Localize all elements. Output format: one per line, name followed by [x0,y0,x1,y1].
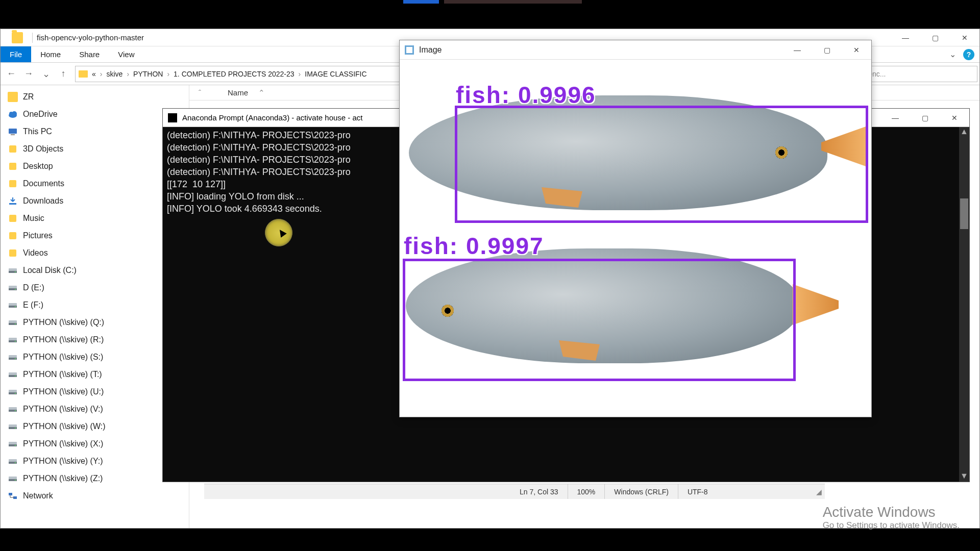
forward-button[interactable]: → [20,65,37,83]
nav-item[interactable]: PYTHON (\\skive) (V:) [1,400,189,418]
back-button[interactable]: ← [3,65,20,83]
maximize-button[interactable]: ▢ [910,109,940,127]
breadcrumb-item[interactable]: skive [106,70,122,78]
folder-icon [79,70,88,78]
nav-item-label: PYTHON (\\skive) (Z:) [23,474,103,483]
svg-rect-5 [9,145,16,153]
svg-rect-4 [11,134,15,135]
window-controls: — ▢ ✕ [880,109,969,127]
nav-item[interactable]: Videos [1,244,189,262]
nav-item[interactable]: PYTHON (\\skive) (Z:) [1,470,189,487]
help-button[interactable]: ? [963,49,974,60]
nav-item[interactable]: OneDrive [1,106,189,123]
nav-item[interactable]: PYTHON (\\skive) (R:) [1,331,189,348]
svg-point-50 [15,480,16,481]
detection-label: fish: 0.9996 [456,81,596,109]
tab-share[interactable]: Share [70,46,109,62]
window-title: fish-opencv-yolo-python-master [37,33,144,42]
close-button[interactable]: ✕ [950,29,979,46]
navigation-pane[interactable]: ZROneDriveThis PC3D ObjectsDesktopDocume… [1,85,189,528]
accent-strip [444,0,582,4]
accent-strip [403,0,439,4]
tab-home[interactable]: Home [31,46,70,62]
svg-point-47 [15,462,16,463]
nav-item[interactable]: Local Disk (C:) [1,262,189,279]
minimize-button[interactable]: — [891,29,920,46]
cmd-icon [168,113,177,122]
svg-point-17 [15,289,16,290]
tab-file[interactable]: File [1,46,31,62]
close-button[interactable]: ✕ [842,41,871,59]
nav-item[interactable]: PYTHON (\\skive) (W:) [1,418,189,435]
ribbon-collapse-button[interactable]: ⌄ [944,46,961,62]
nav-item[interactable]: Documents [1,175,189,192]
resize-grip-icon[interactable]: ◢ [816,488,825,496]
svg-point-29 [15,358,16,359]
nav-item[interactable]: PYTHON (\\skive) (T:) [1,366,189,383]
status-zoom[interactable]: 100% [568,484,605,499]
nav-item-label: Videos [23,248,48,258]
breadcrumb-item[interactable]: PYTHON [133,70,163,78]
nav-item[interactable]: PYTHON (\\skive) (S:) [1,348,189,366]
nav-item-label: This PC [23,127,52,136]
console-title: Anaconda Prompt (Anaconda3) - activate h… [182,113,363,122]
up-button[interactable]: ↑ [55,65,72,83]
scroll-up-icon[interactable]: ▲ [959,127,969,137]
window-controls: — ▢ ✕ [891,29,979,46]
nav-item[interactable]: This PC [1,123,189,140]
maximize-button[interactable]: ▢ [812,41,842,59]
column-name[interactable]: Name [228,88,248,97]
nav-item[interactable]: Pictures [1,227,189,244]
nav-item[interactable]: ZR [1,88,189,106]
nav-item[interactable]: PYTHON (\\skive) (Y:) [1,453,189,470]
nav-item[interactable]: Network [1,487,189,505]
video-bottom-band [0,531,980,551]
svg-point-35 [15,393,16,394]
svg-rect-54 [406,47,412,53]
scrollbar[interactable]: ▲ ▼ [959,127,969,482]
svg-rect-51 [9,493,12,495]
svg-point-44 [15,445,16,446]
breadcrumb-item[interactable]: IMAGE CLASSIFIC [305,70,366,78]
nav-item-label: Desktop [23,162,53,171]
window-controls: — ▢ ✕ [782,41,871,59]
app-icon [405,45,414,55]
nav-item[interactable]: PYTHON (\\skive) (Q:) [1,314,189,331]
nav-item[interactable]: PYTHON (\\skive) (X:) [1,435,189,453]
chevron-right-icon: › [167,70,169,78]
breadcrumb-prefix[interactable]: « [92,70,96,78]
svg-point-32 [15,375,16,377]
nav-item[interactable]: E (F:) [1,296,189,314]
scroll-thumb[interactable] [960,198,968,229]
ribbon-right: ⌄ ? [944,46,979,62]
nav-item[interactable]: Downloads [1,192,189,210]
detection-bbox [455,106,868,223]
close-button[interactable]: ✕ [940,109,969,127]
nav-item[interactable]: Desktop [1,158,189,175]
nav-item[interactable]: PYTHON (\\skive) (U:) [1,383,189,400]
svg-point-38 [15,410,16,411]
nav-item-label: Documents [23,179,64,188]
nav-item-label: Pictures [23,231,53,240]
nav-item[interactable]: D (E:) [1,279,189,296]
folder-icon [12,32,23,43]
svg-rect-9 [9,215,16,222]
nav-item[interactable]: 3D Objects [1,140,189,158]
minimize-button[interactable]: — [782,41,812,59]
svg-rect-11 [9,249,16,257]
breadcrumb-item[interactable]: 1. COMPLETED PROJECTS 2022-23 [174,70,295,78]
image-titlebar[interactable]: Image — ▢ ✕ [400,40,871,60]
recent-dropdown[interactable]: ⌄ [37,65,55,83]
chevron-right-icon: › [299,70,301,78]
nav-item-label: E (F:) [23,300,43,310]
nav-item-label: Local Disk (C:) [23,266,77,275]
scroll-down-icon[interactable]: ▼ [959,471,969,482]
svg-rect-8 [9,203,16,205]
opencv-image-window: Image — ▢ ✕ fish: 0.9996fish: 0.9997 [399,40,872,417]
nav-item-label: PYTHON (\\skive) (R:) [23,335,104,344]
minimize-button[interactable]: — [880,109,910,127]
maximize-button[interactable]: ▢ [920,29,950,46]
nav-item[interactable]: Music [1,210,189,227]
detection-bbox [403,259,796,381]
tab-view[interactable]: View [109,46,143,62]
